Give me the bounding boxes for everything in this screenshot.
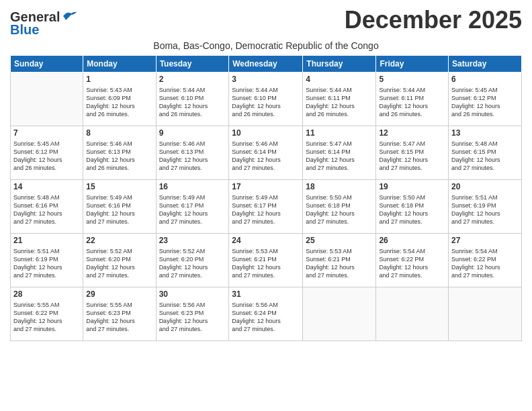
- calendar-cell: 31Sunrise: 5:56 AM Sunset: 6:24 PM Dayli…: [229, 287, 303, 341]
- col-wednesday: Wednesday: [229, 56, 303, 73]
- day-number: 18: [306, 182, 373, 193]
- calendar-cell: 5Sunrise: 5:44 AM Sunset: 6:11 PM Daylig…: [376, 73, 449, 126]
- day-number: 24: [232, 236, 300, 246]
- day-number: 30: [159, 289, 226, 300]
- calendar-cell: 24Sunrise: 5:53 AM Sunset: 6:21 PM Dayli…: [229, 234, 303, 287]
- day-info: Sunrise: 5:45 AM Sunset: 6:12 PM Dayligh…: [13, 140, 80, 173]
- day-info: Sunrise: 5:51 AM Sunset: 6:19 PM Dayligh…: [13, 247, 80, 280]
- calendar-week-row: 1Sunrise: 5:43 AM Sunset: 6:09 PM Daylig…: [11, 73, 522, 126]
- day-number: 27: [451, 236, 519, 246]
- day-info: Sunrise: 5:43 AM Sunset: 6:09 PM Dayligh…: [86, 86, 152, 119]
- calendar-cell: 29Sunrise: 5:55 AM Sunset: 6:23 PM Dayli…: [83, 287, 156, 341]
- day-info: Sunrise: 5:49 AM Sunset: 6:17 PM Dayligh…: [232, 193, 300, 226]
- day-number: 5: [379, 75, 445, 85]
- day-number: 25: [306, 236, 373, 246]
- day-number: 10: [232, 128, 300, 139]
- calendar-cell: [449, 287, 522, 341]
- logo-area: General Blue: [10, 7, 77, 38]
- day-number: 2: [159, 75, 226, 85]
- day-number: 4: [306, 75, 373, 85]
- col-thursday: Thursday: [303, 56, 376, 73]
- calendar-cell: 1Sunrise: 5:43 AM Sunset: 6:09 PM Daylig…: [83, 73, 156, 126]
- day-number: 28: [13, 289, 80, 300]
- calendar-cell: 23Sunrise: 5:52 AM Sunset: 6:20 PM Dayli…: [156, 234, 229, 287]
- calendar-cell: 22Sunrise: 5:52 AM Sunset: 6:20 PM Dayli…: [83, 234, 156, 287]
- day-number: 15: [86, 182, 152, 193]
- calendar-cell: 12Sunrise: 5:47 AM Sunset: 6:15 PM Dayli…: [376, 126, 449, 180]
- day-info: Sunrise: 5:46 AM Sunset: 6:13 PM Dayligh…: [159, 140, 226, 173]
- logo: General Blue: [10, 9, 77, 38]
- calendar-cell: 4Sunrise: 5:44 AM Sunset: 6:11 PM Daylig…: [303, 73, 376, 126]
- day-info: Sunrise: 5:52 AM Sunset: 6:20 PM Dayligh…: [86, 247, 152, 280]
- day-info: Sunrise: 5:55 AM Sunset: 6:23 PM Dayligh…: [86, 301, 152, 334]
- calendar-cell: 11Sunrise: 5:47 AM Sunset: 6:14 PM Dayli…: [303, 126, 376, 180]
- day-number: 23: [159, 236, 226, 246]
- day-number: 29: [86, 289, 152, 300]
- day-info: Sunrise: 5:47 AM Sunset: 6:14 PM Dayligh…: [306, 140, 373, 173]
- day-info: Sunrise: 5:50 AM Sunset: 6:18 PM Dayligh…: [379, 193, 445, 226]
- day-info: Sunrise: 5:48 AM Sunset: 6:16 PM Dayligh…: [13, 193, 80, 226]
- day-info: Sunrise: 5:56 AM Sunset: 6:23 PM Dayligh…: [159, 301, 226, 334]
- day-number: 1: [86, 75, 152, 85]
- calendar-cell: [303, 287, 376, 341]
- day-info: Sunrise: 5:51 AM Sunset: 6:19 PM Dayligh…: [451, 193, 519, 226]
- month-title: December 2025: [345, 7, 522, 34]
- calendar-cell: 17Sunrise: 5:49 AM Sunset: 6:17 PM Dayli…: [229, 180, 303, 234]
- day-info: Sunrise: 5:47 AM Sunset: 6:15 PM Dayligh…: [379, 140, 445, 173]
- day-number: 8: [86, 128, 152, 139]
- logo-blue: Blue: [10, 22, 39, 38]
- calendar-cell: 10Sunrise: 5:46 AM Sunset: 6:14 PM Dayli…: [229, 126, 303, 180]
- calendar-cell: 13Sunrise: 5:48 AM Sunset: 6:15 PM Dayli…: [449, 126, 522, 180]
- calendar-cell: 21Sunrise: 5:51 AM Sunset: 6:19 PM Dayli…: [11, 234, 83, 287]
- calendar-week-row: 28Sunrise: 5:55 AM Sunset: 6:22 PM Dayli…: [11, 287, 522, 341]
- day-info: Sunrise: 5:49 AM Sunset: 6:16 PM Dayligh…: [86, 193, 152, 226]
- calendar-cell: 16Sunrise: 5:49 AM Sunset: 6:17 PM Dayli…: [156, 180, 229, 234]
- day-number: 31: [232, 289, 300, 300]
- day-info: Sunrise: 5:48 AM Sunset: 6:15 PM Dayligh…: [451, 140, 519, 173]
- day-info: Sunrise: 5:44 AM Sunset: 6:10 PM Dayligh…: [159, 86, 226, 119]
- header: General Blue December 2025: [10, 7, 522, 38]
- calendar-cell: 6Sunrise: 5:45 AM Sunset: 6:12 PM Daylig…: [449, 73, 522, 126]
- calendar-cell: 20Sunrise: 5:51 AM Sunset: 6:19 PM Dayli…: [449, 180, 522, 234]
- calendar-cell: 18Sunrise: 5:50 AM Sunset: 6:18 PM Dayli…: [303, 180, 376, 234]
- calendar-cell: 8Sunrise: 5:46 AM Sunset: 6:13 PM Daylig…: [83, 126, 156, 180]
- day-info: Sunrise: 5:53 AM Sunset: 6:21 PM Dayligh…: [306, 247, 373, 280]
- day-number: 21: [13, 236, 80, 246]
- day-info: Sunrise: 5:44 AM Sunset: 6:10 PM Dayligh…: [232, 86, 300, 119]
- day-number: 6: [451, 75, 519, 85]
- calendar-cell: [376, 287, 449, 341]
- day-number: 3: [232, 75, 300, 85]
- calendar-week-row: 14Sunrise: 5:48 AM Sunset: 6:16 PM Dayli…: [11, 180, 522, 234]
- day-number: 20: [451, 182, 519, 193]
- calendar-table: Sunday Monday Tuesday Wednesday Thursday…: [10, 55, 522, 341]
- day-number: 26: [379, 236, 445, 246]
- day-number: 19: [379, 182, 445, 193]
- col-friday: Friday: [376, 56, 449, 73]
- calendar-cell: 9Sunrise: 5:46 AM Sunset: 6:13 PM Daylig…: [156, 126, 229, 180]
- day-number: 16: [159, 182, 226, 193]
- location-title: Boma, Bas-Congo, Democratic Republic of …: [10, 40, 522, 51]
- col-tuesday: Tuesday: [156, 56, 229, 73]
- calendar-week-row: 21Sunrise: 5:51 AM Sunset: 6:19 PM Dayli…: [11, 234, 522, 287]
- calendar-cell: 3Sunrise: 5:44 AM Sunset: 6:10 PM Daylig…: [229, 73, 303, 126]
- calendar-cell: 27Sunrise: 5:54 AM Sunset: 6:22 PM Dayli…: [449, 234, 522, 287]
- day-info: Sunrise: 5:52 AM Sunset: 6:20 PM Dayligh…: [159, 247, 226, 280]
- day-number: 7: [13, 128, 80, 139]
- day-info: Sunrise: 5:54 AM Sunset: 6:22 PM Dayligh…: [451, 247, 519, 280]
- day-info: Sunrise: 5:54 AM Sunset: 6:22 PM Dayligh…: [379, 247, 445, 280]
- calendar-page: General Blue December 2025 Boma, Bas-Con…: [0, 0, 532, 411]
- calendar-header-row: Sunday Monday Tuesday Wednesday Thursday…: [11, 56, 522, 73]
- calendar-cell: 15Sunrise: 5:49 AM Sunset: 6:16 PM Dayli…: [83, 180, 156, 234]
- day-info: Sunrise: 5:44 AM Sunset: 6:11 PM Dayligh…: [379, 86, 445, 119]
- calendar-cell: 7Sunrise: 5:45 AM Sunset: 6:12 PM Daylig…: [11, 126, 83, 180]
- day-info: Sunrise: 5:53 AM Sunset: 6:21 PM Dayligh…: [232, 247, 300, 280]
- calendar-cell: 19Sunrise: 5:50 AM Sunset: 6:18 PM Dayli…: [376, 180, 449, 234]
- logo-bird-icon: [62, 11, 77, 21]
- day-info: Sunrise: 5:46 AM Sunset: 6:13 PM Dayligh…: [86, 140, 152, 173]
- day-info: Sunrise: 5:56 AM Sunset: 6:24 PM Dayligh…: [232, 301, 300, 334]
- day-info: Sunrise: 5:49 AM Sunset: 6:17 PM Dayligh…: [159, 193, 226, 226]
- calendar-cell: [11, 73, 83, 126]
- calendar-week-row: 7Sunrise: 5:45 AM Sunset: 6:12 PM Daylig…: [11, 126, 522, 180]
- calendar-cell: 2Sunrise: 5:44 AM Sunset: 6:10 PM Daylig…: [156, 73, 229, 126]
- col-monday: Monday: [83, 56, 156, 73]
